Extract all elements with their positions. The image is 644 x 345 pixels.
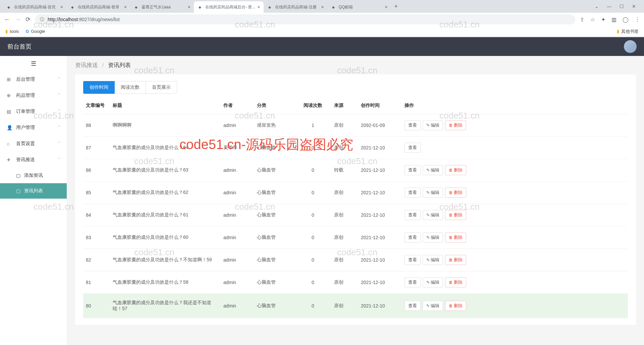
cell-author: 美羊羊	[221, 137, 254, 159]
browser-tab[interactable]: ◆在线药店药品商城后台- 资...×	[194, 1, 264, 13]
delete-button[interactable]: 🗑删除	[445, 120, 466, 130]
sidebar-item[interactable]: ⊞后台管理˅	[0, 71, 67, 87]
sidebar-icon: ⊕	[7, 93, 12, 98]
cell-reads: 1	[294, 114, 331, 137]
edit-button[interactable]: ✎编辑	[423, 232, 443, 243]
cell-created: 2092-01-09	[358, 114, 402, 137]
view-button[interactable]: 查看	[405, 210, 421, 220]
edit-button[interactable]: ✎编辑	[423, 120, 443, 130]
reload-icon[interactable]: ⟳	[25, 16, 31, 23]
profile-icon[interactable]: ◯	[623, 16, 629, 23]
minimize-icon[interactable]: —	[607, 4, 611, 9]
sidepanel-icon[interactable]: ▥	[611, 16, 616, 23]
sidebar-item[interactable]: 👤用户管理˅	[0, 120, 67, 136]
view-button[interactable]: 查看	[405, 165, 421, 175]
view-button[interactable]: 查看	[405, 143, 421, 153]
favicon-icon: ◆	[70, 4, 75, 10]
filter-tab[interactable]: 阅读次数	[114, 81, 146, 94]
bookmark-tools[interactable]: ▮tools	[5, 29, 19, 34]
other-bookmarks[interactable]: ▮其他书签	[617, 28, 639, 34]
delete-button[interactable]: 🗑删除	[445, 255, 466, 265]
forward-icon[interactable]: →	[15, 16, 21, 23]
cell-created: 2021-12-10	[358, 249, 402, 271]
menu-icon[interactable]: ⋮	[635, 16, 640, 23]
sidebar-item[interactable]: ✈资讯推送˄	[0, 152, 67, 168]
tab-close-icon[interactable]: ×	[321, 4, 324, 10]
site-info-icon[interactable]: ⓘ	[40, 16, 44, 22]
filter-tab[interactable]: 首页展示	[146, 81, 177, 94]
share-icon[interactable]: ⇪	[580, 16, 584, 23]
cell-created: 2021-12-10	[358, 271, 402, 294]
sidebar-subitem[interactable]: ▢添加资讯	[0, 168, 67, 183]
delete-button[interactable]: 🗑删除	[445, 165, 466, 175]
sidebar-item[interactable]: ⌂首页设置˅	[0, 136, 67, 152]
filter-tab[interactable]: 创作时间	[83, 81, 115, 94]
cell-author: admin	[221, 294, 254, 318]
content-panel: 创作时间阅读次数首页展示 文章编号 标题 作者 分类 阅读次数 来源 创作时间 …	[75, 74, 636, 325]
view-button[interactable]: 查看	[405, 277, 421, 287]
view-button[interactable]: 查看	[405, 232, 421, 243]
edit-button[interactable]: ✎编辑	[423, 255, 443, 265]
maximize-icon[interactable]: ☐	[620, 4, 624, 9]
edit-icon: ✎	[426, 235, 430, 240]
cell-title: 气血康胶囊的成分及功效是什么？我还是不知道哇！57	[110, 294, 221, 318]
tab-close-icon[interactable]: ×	[124, 4, 127, 10]
chevron-down-icon: ˅	[58, 109, 60, 114]
browser-tab[interactable]: ◆在线药店药品商城-首页×	[3, 1, 66, 13]
back-icon[interactable]: ←	[4, 16, 10, 23]
url-input[interactable]: ⓘ http://localhost:8027/drug/news/list	[35, 14, 575, 24]
dropdown-icon[interactable]: ⌄	[595, 4, 599, 9]
bookmark-google[interactable]: GGoogle	[25, 29, 45, 34]
new-tab-button[interactable]: +	[391, 3, 401, 10]
view-button[interactable]: 查看	[405, 255, 421, 265]
sidebar-item[interactable]: ⊕药品管理˅	[0, 87, 67, 104]
close-window-icon[interactable]: ✕	[632, 4, 636, 9]
filter-tabs: 创作时间阅读次数首页展示	[83, 81, 628, 94]
header-title[interactable]: 前台首页	[7, 43, 32, 51]
browser-tab[interactable]: ◆QQ邮箱×	[327, 1, 391, 13]
sidebar-subitem-label: 资讯列表	[24, 188, 43, 194]
edit-button[interactable]: ✎编辑	[423, 277, 443, 287]
delete-button[interactable]: 🗑删除	[445, 232, 466, 243]
sidebar-item[interactable]: ▤订单管理˅	[0, 104, 67, 120]
delete-button[interactable]: 🗑删除	[445, 188, 466, 198]
cell-author: admin	[221, 159, 254, 182]
browser-tab[interactable]: ◆在线药店药品商城-登录×	[66, 1, 130, 13]
sidebar-subitem[interactable]: ▢资讯列表	[0, 183, 67, 199]
tab-close-icon[interactable]: ×	[60, 4, 63, 10]
table-row: 88 啊啊啊啊 admin 感冒发热 1 原创 2092-01-09 查看✎编辑…	[83, 114, 628, 137]
cell-source: 原创	[331, 137, 358, 159]
view-button[interactable]: 查看	[405, 120, 421, 130]
extensions-icon[interactable]: ✦	[601, 16, 605, 23]
table-row: 84 气血康胶囊的成分及功效是什么？61 admin 心脑血管 0 原创 202…	[83, 204, 628, 226]
cell-title: 气血康胶囊的成分及功效是什么？58	[110, 271, 221, 294]
tab-title: QQ邮箱	[339, 4, 383, 10]
col-category: 分类	[254, 97, 294, 114]
breadcrumb-parent[interactable]: 资讯推送	[75, 62, 98, 68]
delete-button[interactable]: 🗑删除	[445, 277, 466, 287]
avatar[interactable]	[624, 40, 637, 53]
star-icon[interactable]: ☆	[590, 16, 595, 23]
browser-tab[interactable]: ◆在线药店药品商城-注册×	[264, 1, 327, 13]
view-button[interactable]: 查看	[405, 301, 421, 311]
cell-reads: 0	[294, 226, 331, 249]
tab-close-icon[interactable]: ×	[188, 4, 191, 10]
edit-button[interactable]: ✎编辑	[423, 301, 443, 311]
sidebar-icon: 👤	[7, 125, 12, 130]
tab-title: 在线药店药品商城后台- 资...	[205, 4, 255, 10]
chevron-down-icon: ˅	[58, 77, 60, 82]
edit-icon: ✎	[426, 280, 430, 285]
edit-button[interactable]: ✎编辑	[423, 188, 443, 198]
browser-tab[interactable]: ◆藿香正气水1aaa×	[130, 1, 194, 13]
delete-button[interactable]: 🗑删除	[445, 210, 466, 220]
edit-button[interactable]: ✎编辑	[423, 210, 443, 220]
view-button[interactable]: 查看	[405, 188, 421, 198]
table-row: 81 气血康胶囊的成分及功效是什么？58 admin 心脑血管 0 原创 202…	[83, 271, 628, 294]
cell-source: 转载	[331, 159, 358, 182]
edit-button[interactable]: ✎编辑	[423, 165, 443, 175]
tab-close-icon[interactable]: ×	[257, 4, 260, 10]
sidebar-collapse-icon[interactable]: ☰	[0, 56, 67, 71]
delete-button[interactable]: 🗑删除	[445, 301, 466, 311]
tab-bar: ◆在线药店药品商城-首页×◆在线药店药品商城-登录×◆藿香正气水1aaa×◆在线…	[0, 0, 644, 13]
tab-close-icon[interactable]: ×	[385, 4, 387, 10]
